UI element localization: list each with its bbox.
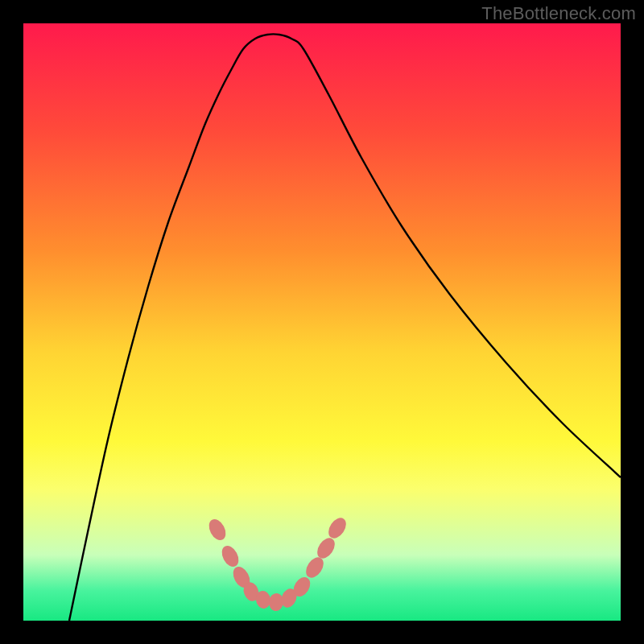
curve-svg [23, 23, 621, 621]
marker-group [205, 514, 349, 612]
chart-frame: TheBottleneck.com [0, 0, 644, 644]
plot-area [23, 23, 621, 621]
watermark-text: TheBottleneck.com [481, 3, 636, 24]
bottleneck-curve [69, 34, 621, 621]
marker-dot [325, 514, 350, 541]
marker-dot [205, 516, 229, 543]
marker-dot [218, 543, 242, 569]
